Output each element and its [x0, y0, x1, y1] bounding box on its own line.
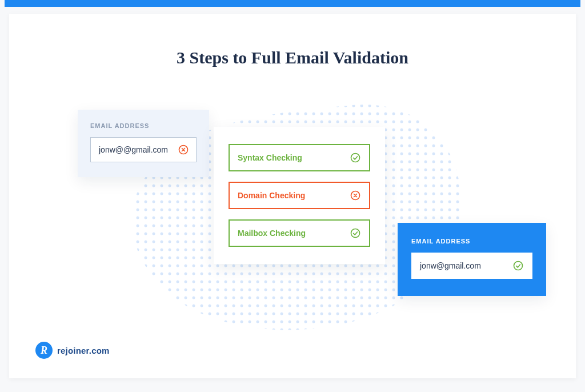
- step-domain-checking: Domain Checking: [229, 182, 370, 209]
- email-value-invalid: jonw@@gmail.com: [99, 145, 168, 154]
- email-value-valid: jonw@gmail.com: [420, 261, 481, 270]
- error-circle-icon: [178, 144, 189, 155]
- step-mailbox-checking: Mailbox Checking: [229, 219, 370, 247]
- email-address-label: EMAIL ADDRESS: [90, 122, 197, 129]
- svg-point-5: [351, 229, 360, 238]
- email-field-valid: jonw@gmail.com: [411, 253, 532, 279]
- check-circle-icon: [350, 152, 361, 163]
- validation-steps-panel: Syntax Checking Domain Checking Mailbox …: [214, 127, 385, 264]
- valid-email-panel: EMAIL ADDRESS jonw@gmail.com: [398, 223, 546, 296]
- top-accent-bar: [5, 0, 580, 7]
- main-card: 3 Steps to Full Email Validation EMAIL A…: [9, 14, 576, 378]
- brand-footer: R rejoiner.com: [35, 342, 110, 359]
- step-label: Domain Checking: [238, 191, 305, 200]
- brand-name: rejoiner.com: [57, 346, 110, 355]
- step-syntax-checking: Syntax Checking: [229, 144, 370, 171]
- brand-logo-letter: R: [41, 345, 47, 357]
- page-title: 3 Steps to Full Email Validation: [9, 48, 576, 67]
- error-circle-icon: [350, 190, 361, 201]
- svg-point-6: [514, 262, 523, 270]
- check-circle-icon: [350, 227, 361, 239]
- email-field-invalid: jonw@@gmail.com: [90, 137, 197, 162]
- step-label: Mailbox Checking: [238, 229, 306, 238]
- email-address-label: EMAIL ADDRESS: [411, 238, 532, 245]
- svg-point-3: [351, 154, 360, 162]
- brand-logo-icon: R: [35, 342, 53, 359]
- invalid-email-panel: EMAIL ADDRESS jonw@@gmail.com: [78, 110, 209, 177]
- check-circle-icon: [512, 260, 524, 271]
- step-label: Syntax Checking: [238, 153, 302, 162]
